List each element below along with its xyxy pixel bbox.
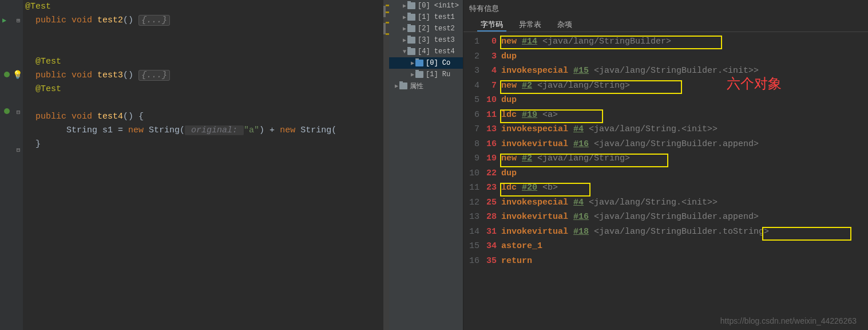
bytecode-line[interactable]: 1022dup [463,166,868,181]
bytecode-instruction: new #2 <java/lang/String> [501,151,630,166]
line-number: 2 [463,49,484,64]
bytecode-offset: 23 [484,180,501,195]
override-icon[interactable] [3,108,10,115]
bytecode-line[interactable]: 34invokespecial #15 <java/lang/StringBui… [463,64,868,78]
bytecode-offset: 3 [484,49,501,64]
tree-arrow-icon[interactable]: ▶ [410,60,415,66]
bytecode-line[interactable]: 611ldc #19 <a> [463,108,868,123]
line-number: 6 [463,108,484,123]
code-line[interactable]: String s1 = new String( original: "a") +… [25,124,389,138]
tree-item[interactable]: ▶[1] Ru [389,69,463,80]
folder-icon [415,60,423,66]
tree-item[interactable]: ▶[2] test2 [389,23,463,34]
bytecode-pane: 特有信息 字节码 异常表 杂项 10new #14 <java/lang/Str… [463,0,868,330]
tree-item-label: [1] test1 [418,13,455,21]
tree-item[interactable]: ▶属性 [389,80,463,92]
code-line[interactable]: @Test [25,0,389,14]
tree-arrow-icon[interactable]: ▶ [402,37,407,44]
tree-item-label: [0] Co [426,59,450,67]
svg-point-1 [4,108,10,114]
bytecode-instruction: invokevirtual #16 <java/lang/StringBuild… [501,137,759,152]
code-line[interactable]: } [25,138,389,151]
code-area[interactable]: @Test public void test2() {...} @Test pu… [0,0,389,151]
tree-item[interactable]: ▶[3] test3 [389,34,463,46]
bytecode-instruction: return [501,254,532,269]
bytecode-offset: 35 [484,254,501,269]
tree-item[interactable]: ▶[0] Co [389,57,463,69]
bytecode-offset: 13 [484,122,501,137]
code-line[interactable]: public void test3() {...} [25,69,389,82]
bytecode-instruction: new #2 <java/lang/String> [501,78,630,93]
tree-item[interactable]: ▶[1] test1 [389,11,463,23]
bytecode-instruction: invokespecial #4 <java/lang/String.<init… [501,122,718,137]
folded-region[interactable]: {...} [138,70,170,81]
fold-expand-icon[interactable]: ⊞ [15,72,22,79]
folder-icon [407,48,415,55]
code-line[interactable]: @Test [25,82,389,96]
bytecode-instruction: invokevirtual #16 <java/lang/StringBuild… [501,210,759,225]
bytecode-line[interactable]: 1635return [463,254,868,269]
bytecode-line[interactable]: 1534astore_1 [463,239,868,254]
code-line[interactable]: public void test2() {...} [25,14,389,28]
bytecode-instruction: dup [501,49,517,64]
tree-item[interactable]: ▶[0] <init> [389,0,463,11]
line-number: 10 [463,166,484,181]
fold-end-icon[interactable]: ⊟ [15,147,22,154]
bytecode-offset: 16 [484,137,501,152]
fold-expand-icon[interactable]: ⊞ [15,17,22,24]
tree-arrow-icon[interactable]: ▶ [402,25,407,32]
line-number: 9 [463,151,484,166]
line-number: 7 [463,122,484,137]
bytecode-line[interactable]: 47new #2 <java/lang/String> [463,78,868,93]
override-icon[interactable] [3,71,10,78]
bytecode-offset: 28 [484,210,501,225]
tree-pane: ▶[0] <init>▶[1] test1▶[2] test2▶[3] test… [389,0,463,330]
bytecode-instruction: dup [501,166,517,181]
bytecode-line[interactable]: 816invokevirtual #16 <java/lang/StringBu… [463,137,868,152]
bytecode-line[interactable]: 1225invokespecial #4 <java/lang/String.<… [463,195,868,210]
bytecode-line[interactable]: 1123ldc #20 <b> [463,180,868,195]
bytecode-line[interactable]: 1431invokevirtual #18 <java/lang/StringB… [463,225,868,239]
minimap[interactable] [383,0,389,330]
tree-item-label: [1] Ru [426,70,450,78]
line-number: 4 [463,78,484,93]
editor-pane: ▶ ⊞ 💡 ⊞ ⊟ ⊟ @Test public void test2() {.… [0,0,389,330]
bytecode-code[interactable]: 10new #14 <java/lang/StringBuilder>23dup… [463,32,868,268]
tree-arrow-icon[interactable]: ▶ [410,71,415,78]
bytecode-line[interactable]: 510dup [463,93,868,108]
line-number: 11 [463,180,484,195]
editor-gutter: ▶ ⊞ 💡 ⊞ ⊟ ⊟ [0,0,23,330]
tree-item-label: [4] test4 [418,48,455,56]
run-icon[interactable]: ▶ [2,16,13,26]
tree-arrow-icon[interactable]: ▶ [394,82,399,89]
tab-bytecode[interactable]: 字节码 [477,17,506,32]
tree-arrow-icon[interactable]: ▶ [402,2,407,9]
bytecode-line[interactable]: 10new #14 <java/lang/StringBuilder> [463,34,868,49]
tree-arrow-icon[interactable]: ▼ [402,49,407,55]
bytecode-line[interactable]: 1328invokevirtual #16 <java/lang/StringB… [463,210,868,225]
bytecode-offset: 10 [484,93,501,108]
folder-icon [407,37,415,44]
code-line[interactable]: public void test4() { [25,110,389,124]
bytecode-offset: 0 [484,34,501,49]
annotation-text: 六个对象 [727,74,782,93]
tree-item-label: [0] <init> [418,2,459,10]
tree-arrow-icon[interactable]: ▶ [402,14,407,21]
line-number: 3 [463,64,484,78]
bytecode-line[interactable]: 713invokespecial #4 <java/lang/String.<i… [463,122,868,137]
bytecode-line[interactable]: 23dup [463,49,868,64]
tab-misc[interactable]: 杂项 [554,17,576,32]
folded-region[interactable]: {...} [138,15,170,26]
bytecode-instruction: ldc #19 <a> [501,108,558,123]
tree-item[interactable]: ▼[4] test4 [389,46,463,57]
line-number: 5 [463,93,484,108]
bytecode-instruction: invokevirtual #18 <java/lang/StringBuild… [501,225,769,239]
bytecode-line[interactable]: 919new #2 <java/lang/String> [463,151,868,166]
bytecode-instruction: dup [501,93,517,108]
tree-item-label: 属性 [410,81,423,91]
fold-collapse-icon[interactable]: ⊟ [15,109,22,116]
bytecode-offset: 31 [484,225,501,239]
code-line[interactable]: @Test [25,55,389,69]
tab-exceptions[interactable]: 异常表 [516,17,545,32]
line-number: 12 [463,195,484,210]
